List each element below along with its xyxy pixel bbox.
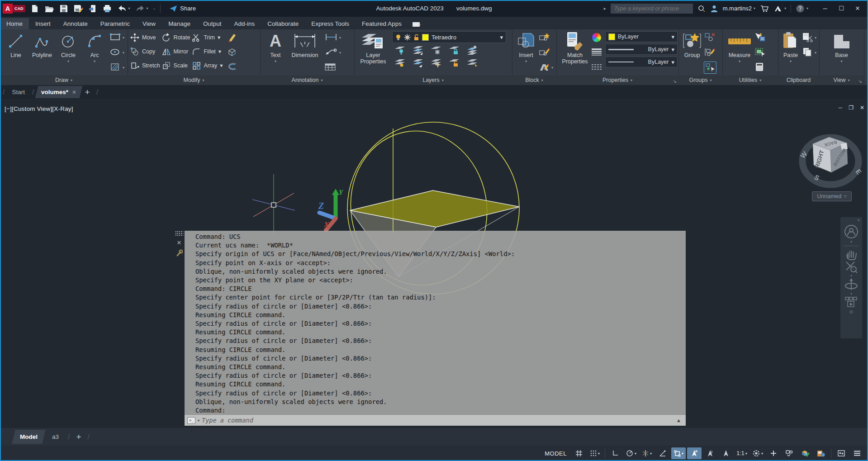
layer-unlock-all-icon[interactable] [448,57,460,67]
scale-button[interactable]: Scale [162,61,190,70]
panel-label-properties[interactable]: Properties▾↘ [556,75,678,85]
viewcube-view-name[interactable]: Unnamed ▽ [812,191,852,201]
panel-label-modify[interactable]: Modify▾ [128,75,260,85]
panel-label-view[interactable]: View▾↘ [819,75,864,85]
autodesk-dropdown[interactable]: ▾ [784,6,786,10]
drawing-canvas[interactable]: Z X Y W S E RIGHT BAC [0,99,868,428]
copy-button[interactable]: Copy [130,47,160,56]
dimension-button[interactable]: Dimension [287,30,323,58]
ortho-mode-button[interactable] [608,447,622,459]
attributes-dropdown[interactable]: ▾ [551,66,553,70]
select-similar-button[interactable] [754,47,766,58]
panel-label-annotation[interactable]: Annotation▾ [260,75,354,85]
isometric-drafting-button[interactable]: ▾ [640,447,654,459]
open-file-button[interactable] [44,4,54,14]
close-button[interactable]: ✕ [852,5,863,12]
layer-on-all-icon[interactable] [430,57,442,67]
search-box[interactable] [611,4,693,14]
minimize-button[interactable]: ─ [819,5,831,12]
navwheel-dropdown[interactable]: ▾ [850,240,852,244]
panel-label-clipboard[interactable]: Clipboard [778,75,819,85]
object-snap-tracking-button[interactable] [655,447,670,459]
grid-display-button[interactable] [572,447,586,459]
text-button[interactable]: A Text ▾ [264,30,287,63]
rectangle-button[interactable] [109,33,121,43]
file-tab-close-icon[interactable]: ✕ [72,89,76,95]
cut-button[interactable] [802,32,813,43]
command-recent-dropdown[interactable]: ▾ [198,418,199,423]
user-dropdown[interactable]: ▾ [754,6,755,10]
ribbon-tab-parametric[interactable]: Parametric [94,18,136,29]
clean-screen-button[interactable] [834,447,849,459]
define-attributes-button[interactable] [538,62,550,73]
open-from-mobile-button[interactable] [88,4,98,14]
panel-label-block[interactable]: Block▾ [512,75,556,85]
dim-linear-button[interactable] [324,33,338,43]
layer-states-icon[interactable] [466,45,478,55]
panel-label-layers[interactable]: Layers▾ [354,75,512,85]
base-button[interactable]: Base ▾ [828,30,855,63]
new-drawing-button[interactable]: + [85,87,90,97]
leader-button[interactable] [324,48,338,57]
ribbon-tab-annotate[interactable]: Annotate [57,18,94,29]
command-scroll-up-icon[interactable]: ▲ [674,418,683,423]
trim-button[interactable]: Trim▾ [192,33,223,42]
circle-button[interactable]: Circle ▾ [55,30,81,63]
plus-tools-button[interactable] [766,447,781,459]
polyline-button[interactable]: Polyline [29,30,55,58]
ellipse-button[interactable] [109,48,121,58]
layout-tab-a3[interactable]: a3 [46,430,65,444]
edit-block-button[interactable] [538,47,550,58]
linetype-dropdown[interactable]: ByLayer▾ [605,57,678,67]
isolate-objects-button[interactable] [782,447,797,459]
layer-properties-button[interactable]: Layer Properties [357,30,389,65]
user-avatar-icon[interactable] [710,5,718,13]
zoom-dropdown[interactable]: ▾ [850,274,852,278]
panel-label-utilities[interactable]: Utilities▾ [722,75,778,85]
copy-clip-dropdown[interactable]: ▾ [815,51,816,55]
hatch-dropdown[interactable]: ▾ [123,66,124,70]
color-wheel-icon[interactable] [592,33,601,42]
help-dropdown[interactable]: ▾ [806,6,808,10]
group-button[interactable]: Group [680,30,704,58]
mirror-button[interactable]: Mirror [162,47,190,56]
copy-clip-button[interactable] [802,47,813,58]
search-icon[interactable] [697,5,706,13]
viewport-controls[interactable]: [−][Custom View][X-Ray] [5,105,73,112]
username-label[interactable]: m.martins2 [723,5,752,12]
measure-button[interactable]: Measure ▾ [725,30,754,63]
navbar-customize-icon[interactable]: ⊖ [849,309,853,315]
quick-calc-button[interactable] [754,62,765,73]
cut-dropdown[interactable]: ▾ [815,36,816,40]
navigation-bar[interactable]: ✕ ▾ ▾ ▾ ⊖ [840,217,862,338]
offset-button[interactable] [227,62,237,73]
layout-tab-model[interactable]: Model [12,430,46,444]
save-as-button[interactable] [73,4,83,14]
save-button[interactable] [59,4,69,14]
fillet-dropdown[interactable]: ▾ [218,48,221,55]
lineweight-icon[interactable] [591,48,602,58]
command-customize-wrench-icon[interactable] [175,249,183,257]
layer-make-current-icon[interactable] [412,57,424,67]
paste-button[interactable]: Paste ▾ [780,30,802,63]
ribbon-tab-manage[interactable]: Manage [162,18,197,29]
linetype-icon[interactable] [591,63,602,72]
command-grip-icon[interactable] [175,231,183,236]
array-button[interactable]: Array▾ [192,61,223,70]
redo-button[interactable] [135,4,145,14]
move-button[interactable]: Move [130,33,160,42]
hatch-button[interactable] [109,62,121,73]
ribbon-tab-featured-apps[interactable]: Featured Apps [356,18,408,29]
fillet-button[interactable]: Fillet▾ [192,47,223,56]
customize-qat-dropdown[interactable]: ⌄ [153,6,156,10]
command-input-row[interactable]: >_ ▾ Type a command ▲ [185,414,686,426]
navigation-wheel-icon[interactable] [843,223,859,240]
leader-dropdown[interactable]: ▾ [339,51,341,55]
undo-dropdown[interactable]: ▾ [128,6,130,10]
lineweight-dropdown[interactable]: ByLayer▾ [605,44,678,55]
command-input[interactable]: Type a command [202,417,672,424]
model-space-button[interactable]: MODEL [541,450,570,457]
file-tab-start[interactable]: Start [7,86,29,98]
stretch-button[interactable]: Stretch [130,61,160,70]
customization-button[interactable] [850,447,864,459]
